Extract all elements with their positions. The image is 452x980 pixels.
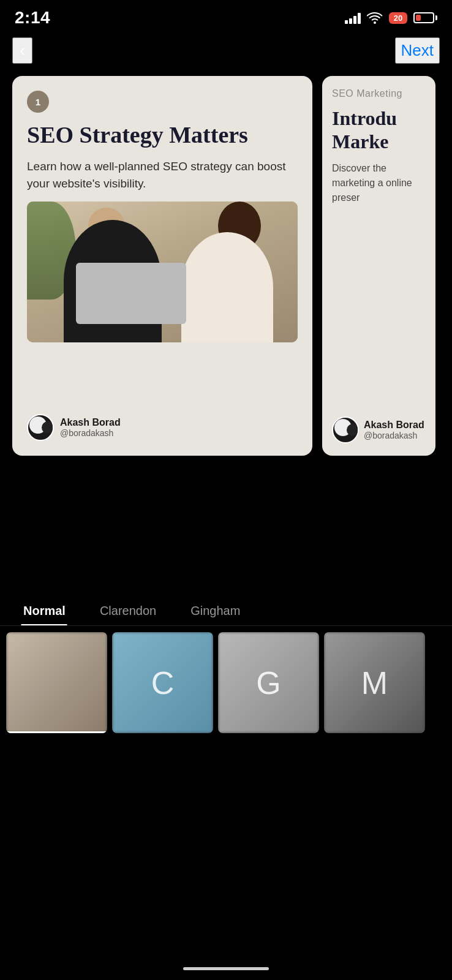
author-avatar-2	[332, 417, 359, 443]
battery-icon	[413, 12, 437, 23]
card-image-person2	[181, 232, 273, 342]
card-2-author: Akash Borad @boradakash	[332, 417, 426, 443]
filter-preview-clarendon[interactable]: C	[112, 632, 213, 733]
signal-icon	[345, 12, 361, 24]
card-1-image	[27, 202, 298, 342]
signal-bar-1	[345, 20, 348, 24]
author-info-2: Akash Borad @boradakash	[364, 420, 424, 440]
avatar-cut-1	[42, 421, 54, 434]
card-2-category: SEO Marketing	[332, 88, 426, 99]
wifi-icon	[367, 12, 383, 24]
filter-letter-clarendon: C	[151, 665, 175, 701]
signal-bar-4	[358, 13, 361, 24]
status-icons: 20	[345, 12, 437, 24]
card-1-description: Learn how a well-planned SEO strategy ca…	[27, 158, 298, 193]
filter-preview-img-normal	[6, 632, 107, 733]
filter-tab-gingham[interactable]: Gingham	[173, 597, 257, 625]
battery-fill	[416, 15, 421, 21]
filter-letter-gingham: G	[256, 665, 281, 701]
author-name-1: Akash Borad	[60, 417, 121, 428]
card-image-laptop	[76, 263, 186, 324]
card-1[interactable]: 1 SEO Strategy Matters Learn how a well-…	[12, 76, 312, 456]
filter-section: Normal Clarendon Gingham C G M	[0, 597, 452, 739]
author-handle-2: @boradakash	[364, 431, 424, 440]
filter-tab-clarendon[interactable]: Clarendon	[83, 597, 173, 625]
card-image-scene	[27, 202, 298, 342]
bottom-padding	[0, 739, 452, 837]
author-name-2: Akash Borad	[364, 420, 424, 431]
filter-tabs: Normal Clarendon Gingham	[0, 597, 452, 626]
author-info-1: Akash Borad @boradakash	[60, 417, 121, 438]
filter-preview-normal[interactable]	[6, 632, 107, 733]
battery-tip	[435, 15, 437, 20]
card-1-author: Akash Borad @boradakash	[27, 414, 298, 441]
status-bar: 2:14 20	[0, 0, 452, 33]
card-number-badge: 1	[27, 91, 49, 113]
author-avatar-1	[27, 414, 54, 441]
status-time: 2:14	[15, 8, 50, 28]
card-2[interactable]: SEO Marketing Introdu Marke Discover the…	[322, 76, 435, 456]
avatar-cut-2	[347, 424, 359, 436]
card-1-title: SEO Strategy Matters	[27, 121, 298, 149]
battery-body	[413, 12, 434, 23]
filter-tab-normal[interactable]: Normal	[6, 597, 83, 625]
card-2-desc: Discover the marketing a online preser	[332, 161, 426, 205]
filter-letter-moon: M	[361, 665, 388, 701]
home-indicator	[183, 967, 269, 970]
middle-black-area	[0, 474, 452, 597]
battery-badge: 20	[389, 12, 407, 24]
back-button[interactable]: ‹	[12, 37, 32, 64]
filter-preview-moon[interactable]: M	[324, 632, 425, 733]
next-button[interactable]: Next	[395, 37, 440, 64]
signal-bar-2	[349, 18, 352, 24]
cards-scroll: 1 SEO Strategy Matters Learn how a well-…	[0, 70, 452, 474]
nav-bar: ‹ Next	[0, 33, 452, 70]
card-2-title: Introdu Marke	[332, 107, 426, 154]
filter-preview-gingham[interactable]: G	[218, 632, 319, 733]
author-handle-1: @boradakash	[60, 428, 121, 438]
filter-previews: C G M	[0, 626, 452, 739]
signal-bar-3	[353, 16, 356, 24]
